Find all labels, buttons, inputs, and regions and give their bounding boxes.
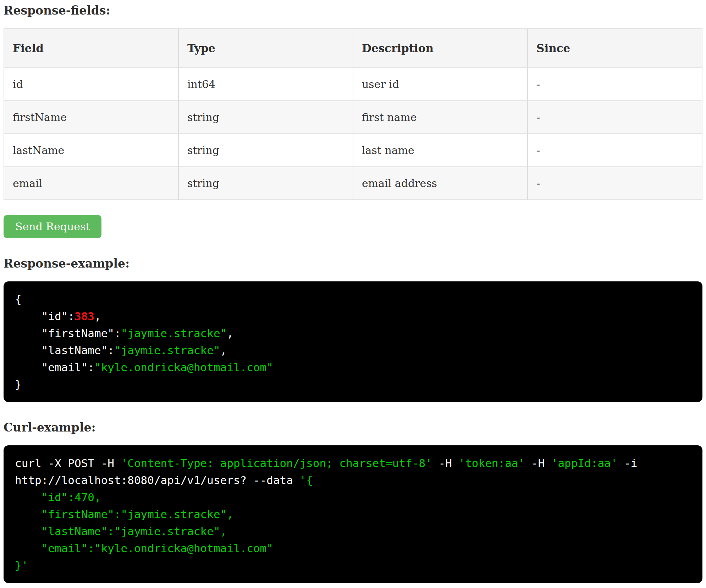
json-number-value: 383 <box>75 310 94 323</box>
json-string-value: "kyle.ondricka@hotmail.com" <box>94 361 273 374</box>
table-row-lastname: lastName string last name - <box>4 134 702 167</box>
cell-since: - <box>528 134 702 167</box>
json-string-value: "jaymie.stracke" <box>114 344 220 357</box>
table-row-firstname: firstName string first name - <box>4 101 702 134</box>
column-header-type: Type <box>178 29 353 68</box>
curl-command-text: -H <box>525 457 551 469</box>
json-key: { "id": <box>15 293 75 323</box>
cell-type: string <box>178 134 353 167</box>
cell-description: email address <box>353 167 528 200</box>
curl-example-code: curl -X POST -H 'Content-Type: applicati… <box>4 445 702 583</box>
response-fields-table: Field Type Description Since id int64 us… <box>4 28 702 200</box>
curl-command-text: -H <box>432 457 459 469</box>
cell-field: email <box>4 167 178 200</box>
curl-appid-header: 'appId:aa' <box>551 457 618 469</box>
curl-token-header: 'token:aa' <box>458 457 525 469</box>
curl-example-heading: Curl-example: <box>4 421 702 435</box>
cell-description: last name <box>353 134 528 167</box>
curl-command-text: curl -X POST -H <box>15 457 121 469</box>
api-doc-page: Response-fields: Field Type Description … <box>4 4 702 583</box>
cell-type: string <box>178 101 353 134</box>
cell-field: id <box>4 68 178 101</box>
column-header-field: Field <box>4 29 178 68</box>
table-row-id: id int64 user id - <box>4 68 702 101</box>
table-row-email: email string email address - <box>4 167 702 200</box>
cell-since: - <box>528 167 702 200</box>
response-fields-heading: Response-fields: <box>4 4 702 18</box>
column-header-description: Description <box>353 29 528 68</box>
column-header-since: Since <box>528 29 702 68</box>
response-example-code: { "id":383, "firstName":"jaymie.stracke"… <box>4 281 702 402</box>
curl-content-type-header: 'Content-Type: application/json; charset… <box>121 457 432 469</box>
table-header-row: Field Type Description Since <box>4 29 702 68</box>
cell-field: lastName <box>4 134 178 167</box>
response-example-heading: Response-example: <box>4 257 702 271</box>
cell-type: string <box>178 167 353 200</box>
cell-field: firstName <box>4 101 178 134</box>
cell-description: first name <box>353 101 528 134</box>
cell-since: - <box>528 101 702 134</box>
cell-description: user id <box>353 68 528 101</box>
cell-type: int64 <box>178 68 353 101</box>
json-closing-brace: } <box>15 378 22 391</box>
cell-since: - <box>528 68 702 101</box>
send-request-button[interactable]: Send Request <box>4 215 101 238</box>
curl-data-payload: '{ "id":470, "firstName":"jaymie.stracke… <box>15 474 313 572</box>
json-string-value: "jaymie.stracke" <box>121 327 227 340</box>
